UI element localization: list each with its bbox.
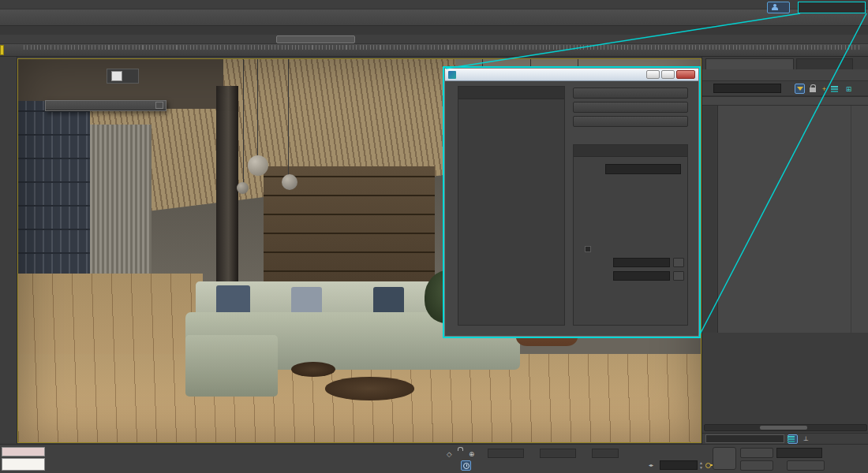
explorer-row-list xyxy=(718,106,868,333)
column-divider xyxy=(851,106,851,333)
quad-context-menu xyxy=(45,100,166,111)
on-load-browse-button[interactable] xyxy=(673,258,684,267)
workspace-list-header xyxy=(458,87,564,99)
workspace-selector[interactable] xyxy=(798,2,866,13)
set-key-button[interactable] xyxy=(740,460,773,471)
current-frame-field[interactable] xyxy=(660,460,698,470)
tab-command-panel[interactable] xyxy=(796,58,853,69)
active-workspace-properties-group xyxy=(573,144,688,326)
scene-explorer-search-row: + ⊞ xyxy=(702,81,868,96)
main-toolbar xyxy=(0,9,868,26)
workspace-name-field[interactable] xyxy=(605,164,681,174)
context-menu-titlebar xyxy=(46,101,166,110)
left-dock-strip xyxy=(0,57,17,444)
time-slider-handle[interactable] xyxy=(276,35,355,43)
scene-state-selector[interactable] xyxy=(111,71,122,81)
default-tangent-icon[interactable] xyxy=(775,460,785,471)
on-exit-script-field[interactable] xyxy=(613,271,670,281)
save-default-state-button[interactable] xyxy=(573,102,688,113)
close-button[interactable] xyxy=(676,70,695,79)
run-maxscript-checkbox[interactable] xyxy=(585,245,594,253)
scene-states-toolbar xyxy=(107,69,139,84)
tab-scene-explorer[interactable] xyxy=(705,58,794,69)
clear-search-icon[interactable] xyxy=(784,84,794,94)
maxscript-mini-listener[interactable] xyxy=(2,458,45,471)
maximize-button[interactable] xyxy=(661,70,675,79)
filter-funnel-icon[interactable] xyxy=(795,84,805,94)
frame-spinner-arrows-icon[interactable]: ◂▸ xyxy=(649,462,653,467)
restore-to-default-state-button[interactable] xyxy=(573,116,688,127)
add-icon[interactable]: + xyxy=(819,84,829,94)
x-coordinate-field[interactable] xyxy=(488,449,524,458)
isolate-selection-icon[interactable]: ◇ xyxy=(447,450,452,458)
time-tag-clock-icon[interactable] xyxy=(461,460,471,471)
scene-state-save-icon[interactable] xyxy=(124,70,136,82)
on-exit-browse-button[interactable] xyxy=(673,271,684,281)
layers-icon[interactable] xyxy=(831,84,841,94)
workspace-list xyxy=(458,86,565,326)
frame-spinner[interactable]: ▲▼ xyxy=(698,460,704,470)
on-load-script-field[interactable] xyxy=(613,258,670,267)
time-slider-track[interactable] xyxy=(0,35,868,44)
explorer-filter-strip xyxy=(702,106,718,333)
main-menu-bar xyxy=(0,0,868,9)
save-as-new-workspace-button[interactable] xyxy=(573,88,688,99)
current-frame-marker[interactable] xyxy=(0,45,4,55)
account-cluster xyxy=(767,1,866,13)
new-container-icon[interactable]: ⊞ xyxy=(844,84,854,94)
keying-target-dropdown[interactable] xyxy=(776,448,822,458)
key-filters-button[interactable] xyxy=(787,460,825,471)
overflow-icon[interactable] xyxy=(857,84,867,94)
group-header xyxy=(574,145,687,157)
track-bar-ruler[interactable] xyxy=(0,44,868,57)
explorer-workspace-dropdown[interactable] xyxy=(705,434,784,443)
scene-explorer-panel: + ⊞ ⊥ xyxy=(702,57,868,444)
checkbox-icon xyxy=(585,246,591,252)
dialog-titlebar[interactable] xyxy=(445,69,698,81)
scene-explorer-menubar xyxy=(702,69,868,81)
manage-workspaces-dialog xyxy=(444,68,699,337)
scrollbar-thumb[interactable] xyxy=(760,426,807,430)
explorer-column-header[interactable] xyxy=(702,96,868,106)
close-icon[interactable] xyxy=(155,102,163,109)
explorer-horizontal-scrollbar[interactable] xyxy=(704,424,867,431)
search-input[interactable] xyxy=(713,84,781,93)
layers-icon[interactable] xyxy=(788,434,798,444)
timeline-tabs xyxy=(0,26,868,35)
app-icon xyxy=(448,71,456,79)
z-coordinate-field[interactable] xyxy=(592,449,619,458)
lock-icon[interactable] xyxy=(807,84,817,94)
user-account-menu[interactable] xyxy=(767,2,790,13)
status-bar: ◇ ⊕ ◂▸ ▲▼ xyxy=(0,444,868,473)
minimize-button[interactable] xyxy=(646,70,660,79)
hierarchy-icon[interactable]: ⊥ xyxy=(801,434,811,444)
y-coordinate-field[interactable] xyxy=(540,449,576,458)
auto-key-button[interactable] xyxy=(740,448,773,458)
absolute-mode-icon[interactable]: ⊕ xyxy=(469,450,474,458)
selection-set-row: ⊥ xyxy=(702,433,868,444)
user-icon xyxy=(772,4,778,10)
maxscript-input-field[interactable] xyxy=(2,447,45,456)
set-keys-button[interactable] xyxy=(713,447,736,470)
